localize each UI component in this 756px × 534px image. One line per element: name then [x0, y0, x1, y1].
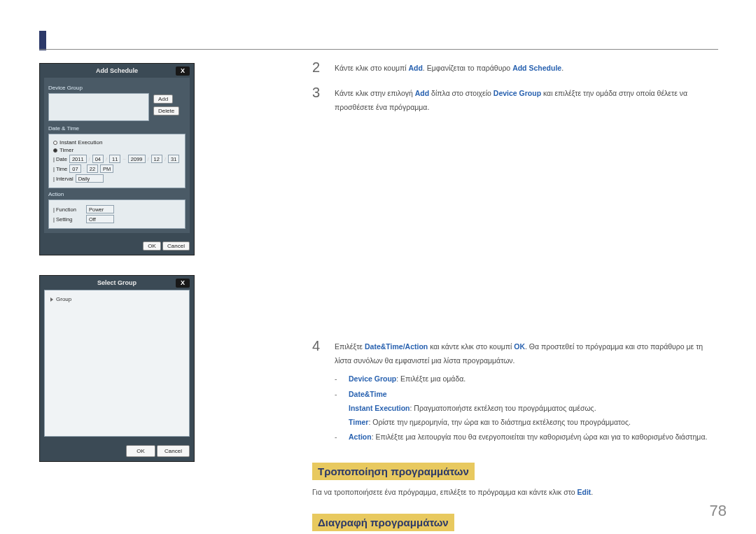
keyword-action: Action: [349, 433, 372, 441]
date-day[interactable]: 11: [109, 155, 120, 163]
paragraph-modify: Για να τροποποιήσετε ένα πρόγραμμα, επιλ…: [312, 486, 718, 500]
dialog-title: Select Group X: [40, 276, 194, 290]
timer-option[interactable]: Timer: [59, 147, 74, 153]
time-label: | Time: [53, 166, 67, 172]
text: .: [591, 488, 593, 496]
radio-icon[interactable]: [53, 141, 57, 145]
close-icon[interactable]: X: [176, 279, 190, 288]
step-number: 2: [312, 60, 322, 74]
screenshot-column: Add Schedule X Device Group Add Delete D…: [39, 63, 195, 482]
setting-select[interactable]: Off: [86, 215, 114, 223]
ok-button[interactable]: OK: [143, 241, 161, 251]
text: Κάντε κλικ στην επιλογή: [335, 89, 415, 97]
expand-icon[interactable]: [50, 297, 53, 302]
action-label: Action: [48, 191, 186, 197]
text: : Ορίστε την ημερομηνία, την ώρα και το …: [368, 418, 631, 426]
keyword-add: Add: [415, 89, 429, 97]
setting-label: | Setting: [53, 216, 84, 223]
keyword-timer: Timer: [349, 418, 368, 426]
instant-execution-option[interactable]: Instant Execution: [59, 139, 102, 146]
step-text: Επιλέξτε Date&Time/Action και κάντε κλικ…: [335, 339, 718, 447]
ok-button[interactable]: OK: [126, 445, 155, 457]
text: : Επιλέξτε μια ομάδα.: [396, 374, 465, 383]
keyword-datetime: Date&Time: [349, 390, 387, 398]
date-month2[interactable]: 12: [151, 155, 162, 163]
time-hour[interactable]: 07: [69, 164, 80, 173]
date-year[interactable]: 2011: [69, 155, 87, 163]
date-year2[interactable]: 2099: [128, 155, 146, 163]
step-text: Κάντε κλικ στην επιλογή Add δίπλα στο στ…: [335, 85, 718, 115]
device-group-list[interactable]: [48, 93, 149, 121]
text: : Πραγματοποιήστε εκτέλεση του προγράμμα…: [410, 404, 596, 412]
keyword-add-schedule: Add Schedule: [512, 64, 561, 72]
time-ampm[interactable]: PM: [100, 164, 113, 173]
keyword-datetime-action: Date&Time/Action: [365, 342, 428, 351]
time-min[interactable]: 22: [87, 164, 98, 173]
radio-icon[interactable]: [53, 148, 57, 153]
text: δίπλα στο στοιχείο: [429, 89, 493, 97]
text: . Εμφανίζεται το παράθυρο: [423, 64, 512, 72]
step-3: 3 Κάντε κλικ στην επιλογή Add δίπλα στο …: [312, 85, 718, 115]
dash-icon: -: [335, 430, 342, 444]
datetime-label: Date & Time: [48, 125, 186, 132]
function-label: | Function: [53, 206, 84, 213]
step-text: Κάντε κλικ στο κουμπί Add. Εμφανίζεται τ…: [335, 60, 718, 76]
close-icon[interactable]: X: [176, 66, 190, 76]
function-select[interactable]: Power: [86, 205, 114, 213]
main-content: 2 Κάντε κλικ στο κουμπί Add. Εμφανίζεται…: [312, 60, 718, 534]
keyword-device-group: Device Group: [349, 374, 396, 383]
interval-select[interactable]: Daily: [76, 174, 104, 183]
device-group-label: Device Group: [48, 85, 186, 91]
heading-delete: Διαγραφή προγραμμάτων: [312, 514, 454, 531]
dash-icon: -: [335, 388, 342, 430]
date-label: | Date: [53, 156, 67, 162]
dialog-title: Add Schedule X: [40, 64, 194, 78]
text: Για να τροποποιήσετε ένα πρόγραμμα, επιλ…: [312, 488, 577, 496]
heading-modify: Τροποποίηση προγραμμάτων: [312, 463, 475, 480]
group-item[interactable]: Group: [56, 296, 71, 302]
text: .: [561, 64, 564, 72]
keyword-edit: Edit: [577, 488, 591, 496]
step-4: 4 Επιλέξτε Date&Time/Action και κάντε κλ…: [312, 339, 718, 447]
keyword-ok: OK: [514, 342, 525, 351]
dialog-title-text: Add Schedule: [96, 67, 138, 74]
text: Επιλέξτε: [335, 342, 365, 351]
select-group-dialog: Select Group X Group OK Cancel: [39, 275, 195, 462]
date-month[interactable]: 04: [92, 155, 104, 163]
dialog-body: Device Group Add Delete Date & Time Inst…: [44, 78, 190, 233]
interval-label: | Interval: [53, 176, 74, 182]
add-button[interactable]: Add: [153, 94, 173, 104]
step-number: 3: [312, 85, 322, 99]
page-number: 78: [710, 502, 727, 520]
step-2: 2 Κάντε κλικ στο κουμπί Add. Εμφανίζεται…: [312, 60, 718, 76]
group-tree[interactable]: Group: [44, 290, 190, 437]
text: και κάντε κλικ στο κουμπί: [428, 342, 514, 351]
keyword-instant-execution: Instant Execution: [349, 404, 410, 412]
keyword-add: Add: [408, 64, 422, 72]
keyword-device-group: Device Group: [493, 89, 541, 97]
step-number: 4: [312, 339, 322, 353]
header-rule: [39, 49, 718, 50]
add-schedule-dialog: Add Schedule X Device Group Add Delete D…: [39, 63, 195, 255]
header-mark: [39, 31, 46, 50]
date-day2[interactable]: 31: [168, 155, 179, 163]
cancel-button[interactable]: Cancel: [157, 445, 190, 457]
delete-button[interactable]: Delete: [153, 106, 179, 115]
cancel-button[interactable]: Cancel: [162, 241, 190, 251]
text: Κάντε κλικ στο κουμπί: [335, 64, 408, 72]
dash-icon: -: [335, 372, 342, 386]
sublist: - Device Group: Επιλέξτε μια ομάδα. - Da…: [335, 372, 718, 445]
text: : Επιλέξτε μια λειτουργία που θα ενεργοπ…: [372, 433, 708, 441]
dialog-title-text: Select Group: [97, 279, 136, 286]
